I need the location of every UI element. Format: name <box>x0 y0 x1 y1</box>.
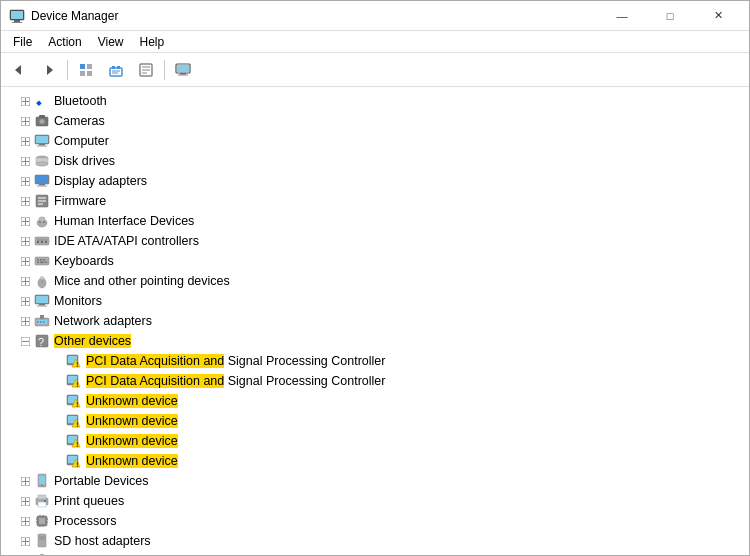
computer-icon <box>33 133 51 149</box>
expand-icon[interactable] <box>17 513 33 529</box>
tree-item-computer[interactable]: Computer <box>1 131 749 151</box>
tree-item-portable[interactable]: Portable Devices <box>1 471 749 491</box>
ide-icon <box>33 233 51 249</box>
expand-icon[interactable] <box>17 113 33 129</box>
tree-item-cameras[interactable]: Cameras <box>1 111 749 131</box>
tree-item-unknown3[interactable]: ! Unknown device <box>1 431 749 451</box>
svg-rect-50 <box>36 176 48 183</box>
svg-rect-3 <box>11 11 23 19</box>
warning-icon: ! <box>65 413 83 429</box>
svg-point-45 <box>36 162 48 166</box>
svg-text:!: ! <box>76 400 79 409</box>
highlight-text: Unknown device <box>86 434 178 448</box>
svg-rect-80 <box>40 259 42 261</box>
menu-action[interactable]: Action <box>40 33 89 51</box>
expand-icon[interactable] <box>17 253 33 269</box>
toolbar-update-button[interactable] <box>132 57 160 83</box>
expand-icon[interactable] <box>17 473 33 489</box>
expand-icon[interactable] <box>17 233 33 249</box>
item-text: Display adapters <box>54 174 147 188</box>
item-label: Unknown device <box>86 414 178 428</box>
svg-marker-4 <box>15 65 21 75</box>
warning-icon: ! <box>65 393 83 409</box>
expand-icon[interactable] <box>49 393 65 409</box>
expand-icon[interactable] <box>17 133 33 149</box>
tree-item-bluetooth[interactable]: ⬥Bluetooth <box>1 91 749 111</box>
toolbar-forward-button[interactable] <box>35 57 63 83</box>
svg-rect-38 <box>39 144 45 146</box>
expand-icon[interactable] <box>17 213 33 229</box>
tree-item-other[interactable]: ?Other devices <box>1 331 749 351</box>
tree-item-keyboards[interactable]: Keyboards <box>1 251 749 271</box>
svg-rect-78 <box>35 257 49 265</box>
item-label: SD host adapters <box>54 534 151 548</box>
sd-icon <box>33 533 51 549</box>
tree-item-ide[interactable]: IDE ATA/ATAPI controllers <box>1 231 749 251</box>
close-button[interactable]: ✕ <box>695 1 741 31</box>
expand-icon[interactable] <box>17 273 33 289</box>
toolbar-show-button[interactable] <box>72 57 100 83</box>
toolbar-monitor-button[interactable] <box>169 57 197 83</box>
svg-rect-82 <box>37 262 39 264</box>
expand-icon[interactable] <box>17 313 33 329</box>
tree-view[interactable]: ⬥BluetoothCamerasComputerDisk drivesDisp… <box>1 87 749 555</box>
tree-item-security[interactable]: Security devices <box>1 551 749 555</box>
menu-file[interactable]: File <box>5 33 40 51</box>
expand-icon[interactable] <box>49 353 65 369</box>
tree-item-network[interactable]: Network adapters <box>1 311 749 331</box>
expand-icon[interactable] <box>17 333 33 349</box>
menu-help[interactable]: Help <box>132 33 173 51</box>
item-label: Processors <box>54 514 117 528</box>
highlight-text: Unknown device <box>86 394 178 408</box>
warning-icon: ! <box>65 353 83 369</box>
security-icon <box>33 553 51 555</box>
item-label: IDE ATA/ATAPI controllers <box>54 234 199 248</box>
svg-point-103 <box>37 321 39 323</box>
tree-item-firmware[interactable]: Firmware <box>1 191 749 211</box>
item-label: Display adapters <box>54 174 147 188</box>
tree-item-processors[interactable]: Processors <box>1 511 749 531</box>
processor-icon <box>33 513 51 529</box>
highlight-text: PCI Data Acquisition and <box>86 354 224 368</box>
tree-item-print[interactable]: Print queues <box>1 491 749 511</box>
tree-item-unknown2[interactable]: ! Unknown device <box>1 411 749 431</box>
expand-icon[interactable] <box>49 413 65 429</box>
tree-item-monitors[interactable]: Monitors <box>1 291 749 311</box>
display-icon <box>33 173 51 189</box>
expand-icon[interactable] <box>17 93 33 109</box>
tree-item-pci2[interactable]: ! PCI Data Acquisition and Signal Proces… <box>1 371 749 391</box>
tree-item-pci1[interactable]: ! PCI Data Acquisition and Signal Proces… <box>1 351 749 371</box>
tree-item-unknown1[interactable]: ! Unknown device <box>1 391 749 411</box>
tree-item-mice[interactable]: Mice and other pointing devices <box>1 271 749 291</box>
svg-rect-84 <box>45 262 47 264</box>
expand-icon[interactable] <box>17 193 33 209</box>
warning-icon: ! <box>65 373 83 389</box>
svg-point-65 <box>39 221 41 223</box>
toolbar-back-button[interactable] <box>5 57 33 83</box>
item-label: Firmware <box>54 194 106 208</box>
expand-icon[interactable] <box>17 553 33 555</box>
tree-item-disk[interactable]: Disk drives <box>1 151 749 171</box>
mouse-icon <box>33 273 51 289</box>
minimize-button[interactable]: — <box>599 1 645 31</box>
title-bar-text: Device Manager <box>31 9 599 23</box>
svg-rect-83 <box>40 262 44 264</box>
svg-rect-164 <box>38 534 46 547</box>
expand-icon[interactable] <box>49 373 65 389</box>
expand-icon[interactable] <box>17 173 33 189</box>
expand-icon[interactable] <box>17 493 33 509</box>
svg-point-66 <box>43 221 45 223</box>
toolbar-properties-button[interactable] <box>102 57 130 83</box>
tree-item-sd[interactable]: SD host adapters <box>1 531 749 551</box>
expand-icon[interactable] <box>17 293 33 309</box>
menu-view[interactable]: View <box>90 33 132 51</box>
expand-icon[interactable] <box>17 153 33 169</box>
highlight-text: Unknown device <box>86 414 178 428</box>
tree-item-unknown4[interactable]: ! Unknown device <box>1 451 749 471</box>
expand-icon[interactable] <box>49 453 65 469</box>
tree-item-hid[interactable]: Human Interface Devices <box>1 211 749 231</box>
expand-icon[interactable] <box>17 533 33 549</box>
expand-icon[interactable] <box>49 433 65 449</box>
tree-item-display[interactable]: Display adapters <box>1 171 749 191</box>
maximize-button[interactable]: □ <box>647 1 693 31</box>
